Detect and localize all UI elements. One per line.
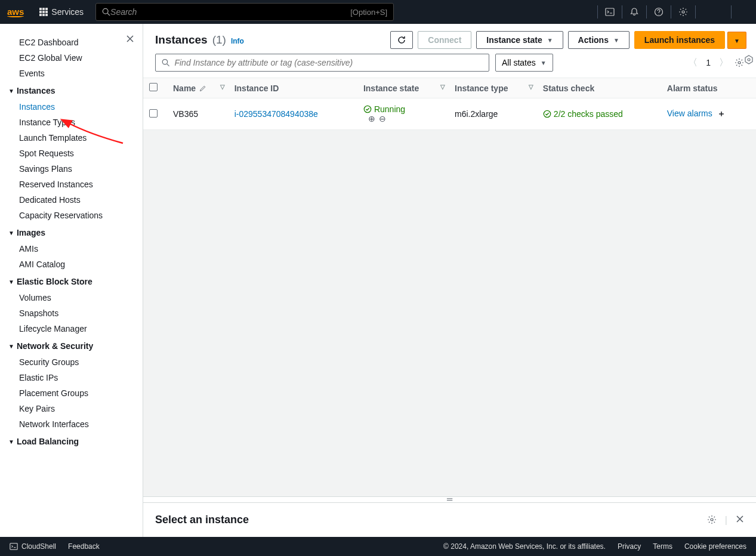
panel-resize-handle[interactable]: ═ — [143, 496, 756, 502]
next-page-button[interactable]: 〉 — [719, 57, 729, 69]
services-button[interactable]: Services — [33, 0, 90, 24]
sidebar-item[interactable]: EC2 Dashboard — [0, 35, 143, 50]
info-link[interactable]: Info — [231, 37, 244, 45]
terms-link[interactable]: Terms — [653, 542, 672, 551]
close-panel-icon[interactable] — [736, 515, 744, 526]
sidebar-group-header[interactable]: ▼Images — [0, 223, 143, 241]
feedback-link[interactable]: Feedback — [68, 542, 100, 551]
region-menu[interactable] — [695, 5, 731, 18]
instance-state: Running — [363, 104, 443, 114]
refresh-button[interactable] — [390, 31, 413, 49]
svg-point-5 — [748, 58, 750, 61]
sidebar-item[interactable]: Events — [0, 66, 143, 81]
footer: CloudShell Feedback © 2024, Amazon Web S… — [0, 537, 756, 556]
sidebar-item[interactable]: Spot Requests — [0, 146, 143, 161]
detail-panel: Select an instance | — [143, 502, 756, 537]
sidebar-group-header[interactable]: ▼Elastic Block Store — [0, 272, 143, 290]
col-instance-id[interactable]: Instance ID — [234, 84, 279, 93]
svg-point-6 — [162, 60, 167, 64]
aws-logo-text: aws — [7, 7, 24, 17]
search-kbd-hint: [Option+S] — [350, 8, 387, 17]
caret-down-icon: ▼ — [8, 438, 14, 445]
cookie-link[interactable]: Cookie preferences — [684, 542, 746, 551]
help-icon[interactable] — [646, 5, 671, 18]
view-alarms-link[interactable]: View alarms — [667, 109, 712, 118]
instance-search[interactable] — [155, 54, 489, 72]
col-status-check[interactable]: Status check — [543, 84, 594, 93]
instance-search-input[interactable] — [174, 58, 483, 67]
add-alarm-icon[interactable]: ＋ — [717, 109, 726, 118]
col-instance-type[interactable]: Instance type — [455, 84, 508, 93]
prev-page-button[interactable]: 〈 — [688, 57, 698, 69]
col-name[interactable]: Name — [173, 84, 196, 93]
caret-down-icon: ▼ — [734, 38, 740, 44]
col-alarm-status[interactable]: Alarm status — [667, 84, 718, 93]
caret-down-icon: ▼ — [8, 88, 14, 94]
sidebar-item[interactable]: Security Groups — [0, 354, 143, 370]
zoom-in-icon[interactable]: ⊕ — [368, 114, 375, 123]
aws-logo[interactable]: aws — [7, 7, 24, 17]
global-search[interactable]: Search [Option+S] — [95, 3, 394, 21]
sidebar-item[interactable]: Instance Types — [0, 115, 143, 130]
instance-state-dropdown[interactable]: Instance state▼ — [476, 31, 563, 49]
table-settings-icon[interactable] — [735, 58, 744, 67]
collapse-sidebar-icon[interactable] — [126, 35, 134, 43]
sidebar-item[interactable]: Dedicated Hosts — [0, 192, 143, 208]
sidebar-item[interactable]: EC2 Global View — [0, 50, 143, 66]
page-title: Instances — [155, 33, 208, 47]
instance-name: VB365 — [173, 109, 198, 119]
cloudshell-icon — [10, 542, 18, 551]
sidebar-item[interactable]: Lifecycle Manager — [0, 321, 143, 336]
sidebar-item[interactable]: Instances — [0, 99, 143, 115]
sort-icon[interactable]: ▽ — [440, 84, 445, 90]
settings-icon[interactable] — [671, 5, 695, 18]
sidebar-item[interactable]: AMI Catalog — [0, 257, 143, 272]
notifications-icon[interactable] — [622, 5, 646, 18]
svg-rect-12 — [10, 543, 17, 550]
sidebar-item[interactable]: Capacity Reservations — [0, 208, 143, 223]
check-icon — [543, 110, 551, 118]
sidebar-item[interactable]: Elastic IPs — [0, 370, 143, 385]
sort-icon[interactable]: ▽ — [529, 84, 533, 90]
svg-line-7 — [167, 64, 169, 66]
cloudshell-button[interactable]: CloudShell — [10, 542, 56, 551]
sidebar-item[interactable]: Placement Groups — [0, 385, 143, 401]
sidebar-group-header[interactable]: ▼Load Balancing — [0, 432, 143, 450]
launch-instances-button[interactable]: Launch instances — [634, 31, 725, 49]
privacy-link[interactable]: Privacy — [618, 542, 641, 551]
actions-dropdown[interactable]: Actions▼ — [568, 31, 630, 49]
sidebar-item[interactable]: Savings Plans — [0, 161, 143, 177]
cloudshell-icon[interactable] — [597, 5, 622, 18]
pagination: 〈 1 〉 — [688, 57, 729, 69]
select-all-checkbox[interactable] — [149, 83, 158, 91]
svg-point-0 — [103, 8, 108, 14]
status-check: 2/2 checks passed — [543, 109, 655, 119]
instance-id-link[interactable]: i-0295534708494038e — [234, 109, 318, 119]
zoom-out-icon[interactable]: ⊖ — [379, 114, 386, 123]
state-filter-dropdown[interactable]: All states ▼ — [495, 54, 553, 72]
table-row[interactable]: VB365 i-0295534708494038e Running ⊕⊖ m6i… — [143, 98, 756, 130]
connect-button[interactable]: Connect — [418, 31, 471, 49]
account-menu[interactable] — [731, 5, 749, 18]
edit-icon[interactable] — [199, 85, 206, 92]
top-nav: aws Services Search [Option+S] — [0, 0, 756, 24]
panel-settings-icon[interactable] — [707, 515, 717, 526]
col-instance-state[interactable]: Instance state — [363, 84, 419, 93]
svg-line-1 — [107, 13, 110, 16]
sort-icon[interactable]: ▽ — [220, 84, 225, 90]
sidebar-item[interactable]: Network Interfaces — [0, 416, 143, 432]
sidebar-item[interactable]: Key Pairs — [0, 401, 143, 416]
sidebar-item[interactable]: Launch Templates — [0, 130, 143, 146]
row-checkbox[interactable] — [149, 109, 158, 118]
copyright: © 2024, Amazon Web Services, Inc. or its… — [443, 542, 606, 551]
preferences-rail-icon[interactable] — [744, 55, 754, 64]
search-icon — [162, 58, 169, 67]
sidebar-item[interactable]: Volumes — [0, 290, 143, 305]
sidebar-group-header[interactable]: ▼Instances — [0, 81, 143, 99]
sidebar-item[interactable]: Snapshots — [0, 305, 143, 321]
svg-point-11 — [711, 518, 713, 521]
launch-instances-split[interactable]: ▼ — [727, 32, 746, 49]
sidebar-item[interactable]: Reserved Instances — [0, 177, 143, 192]
sidebar-group-header[interactable]: ▼Network & Security — [0, 336, 143, 354]
sidebar-item[interactable]: AMIs — [0, 241, 143, 257]
